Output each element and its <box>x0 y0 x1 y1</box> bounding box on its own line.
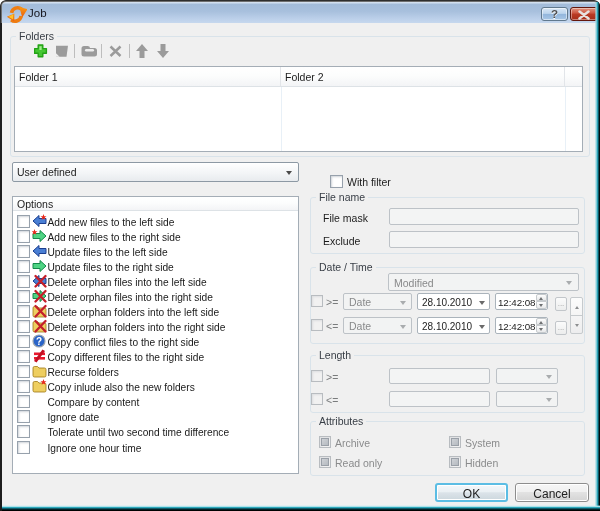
svg-text:?: ? <box>36 336 42 347</box>
